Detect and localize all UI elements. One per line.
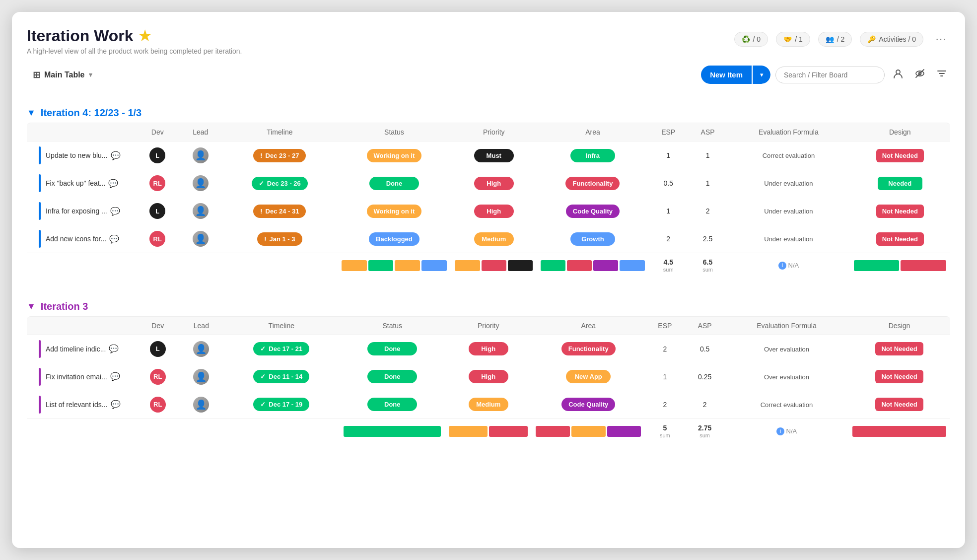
area-cell[interactable]: Functionality	[537, 169, 648, 197]
new-item-button[interactable]: New Item	[701, 66, 752, 84]
status-cell[interactable]: Done	[338, 169, 451, 197]
eye-slash-icon-button[interactable]	[911, 65, 928, 84]
title-text: Iteration Work	[27, 27, 134, 45]
area-cell[interactable]: Code Quality	[532, 391, 645, 419]
group-header-iteration3: ▼ Iteration 3	[27, 296, 950, 316]
table-grid-icon: ⊞	[33, 70, 40, 80]
design-cell[interactable]: Not Needed	[848, 363, 950, 391]
priority-cell[interactable]: High	[445, 363, 532, 391]
lead-avatar[interactable]	[193, 147, 209, 163]
priority-badge: Medium	[474, 232, 514, 246]
priority-cell[interactable]: High	[445, 335, 532, 363]
timeline-cell[interactable]: ! Dec 24 - 31	[222, 197, 337, 225]
stat-btn-2[interactable]: 👥 / 2	[818, 32, 852, 47]
comment-icon[interactable]: 💬	[108, 179, 118, 188]
design-badge: Not Needed	[875, 342, 923, 355]
row-name-text: Add timeline indic...	[46, 345, 106, 353]
group-title-iteration3[interactable]: Iteration 3	[41, 301, 88, 312]
evaluation-text: Under evaluation	[764, 208, 813, 215]
lead-avatar[interactable]	[193, 341, 209, 357]
area-cell[interactable]: New App	[532, 363, 645, 391]
comment-icon[interactable]: 💬	[111, 400, 121, 409]
priority-cell[interactable]: High	[451, 197, 537, 225]
lead-avatar[interactable]	[193, 369, 209, 385]
groups-container: ▼ Iteration 4: 12/23 - 1/3 DevLeadTimeli…	[27, 102, 950, 444]
priority-cell[interactable]: Must	[451, 141, 537, 169]
status-cell[interactable]: Working on it	[338, 197, 451, 225]
timeline-cell[interactable]: ✓ Dec 17 - 19	[223, 391, 340, 419]
comment-icon[interactable]: 💬	[111, 151, 121, 160]
stat-btn-3[interactable]: 🔑 Activities / 0	[860, 32, 923, 47]
col-header-1-iteration4: Lead	[179, 123, 222, 141]
dev-avatar[interactable]: RL	[149, 175, 165, 191]
design-cell[interactable]: Not Needed	[850, 141, 950, 169]
design-cell[interactable]: Not Needed	[850, 197, 950, 225]
comment-icon[interactable]: 💬	[110, 372, 120, 381]
filter-icon-button[interactable]	[933, 65, 950, 84]
star-icon[interactable]: ★	[139, 28, 151, 44]
area-cell[interactable]: Growth	[537, 225, 648, 253]
timeline-badge: ! Dec 24 - 31	[253, 205, 306, 218]
comment-icon[interactable]: 💬	[110, 207, 120, 216]
timeline-cell[interactable]: ! Dec 23 - 27	[222, 141, 337, 169]
dev-avatar[interactable]: L	[149, 147, 165, 163]
design-badge: Not Needed	[875, 398, 923, 411]
timeline-cell[interactable]: ! Jan 1 - 3	[222, 225, 337, 253]
stat-btn-1[interactable]: 🤝 / 1	[776, 32, 810, 47]
esp-value: 0.5	[663, 179, 673, 187]
priority-cell[interactable]: Medium	[451, 225, 537, 253]
new-item-dropdown-button[interactable]: ▾	[753, 66, 770, 84]
design-cell[interactable]: Not Needed	[850, 225, 950, 253]
lead-avatar[interactable]	[193, 397, 209, 413]
dev-cell: RL	[136, 169, 179, 197]
priority-badge: High	[469, 342, 508, 355]
timeline-cell[interactable]: ✓ Dec 23 - 26	[222, 169, 337, 197]
comment-icon[interactable]: 💬	[109, 234, 119, 244]
table-selector[interactable]: ⊞ Main Table ▾	[27, 66, 98, 84]
esp-value: 2	[666, 235, 670, 243]
row-name-text: Infra for exposing ...	[46, 207, 107, 215]
status-cell[interactable]: Done	[340, 391, 445, 419]
comment-icon[interactable]: 💬	[109, 344, 119, 353]
key-icon: 🔑	[867, 35, 876, 43]
stat-btn-0[interactable]: ♻️ / 0	[734, 32, 768, 47]
status-cell[interactable]: Backlogged	[338, 225, 451, 253]
lead-avatar[interactable]	[193, 175, 209, 191]
timeline-cell[interactable]: ✓ Dec 11 - 14	[223, 363, 340, 391]
more-options-button[interactable]: ⋯	[931, 31, 950, 48]
design-cell[interactable]: Needed	[850, 169, 950, 197]
priority-badge: High	[474, 205, 514, 218]
status-cell[interactable]: Working on it	[338, 141, 451, 169]
lead-avatar[interactable]	[193, 231, 209, 247]
col-header-4-iteration3: Priority	[445, 316, 532, 335]
group-collapse-icon-iteration3[interactable]: ▼	[27, 301, 36, 312]
area-cell[interactable]: Code Quality	[537, 197, 648, 225]
evaluation-text: Correct evaluation	[763, 152, 815, 159]
dev-avatar[interactable]: RL	[150, 397, 166, 413]
user-icon-button[interactable]	[890, 65, 907, 84]
esp-value: 2	[663, 345, 667, 353]
lead-avatar[interactable]	[193, 203, 209, 219]
status-cell[interactable]: Done	[340, 335, 445, 363]
summary-asp: 6.5sum	[688, 253, 727, 278]
dev-avatar[interactable]: L	[149, 203, 165, 219]
area-badge: Code Quality	[566, 205, 620, 218]
status-cell[interactable]: Done	[340, 363, 445, 391]
design-cell[interactable]: Not Needed	[848, 335, 950, 363]
table-row: Infra for exposing ... 💬 L! Dec 24 - 31W…	[27, 197, 950, 225]
timeline-cell[interactable]: ✓ Dec 17 - 21	[223, 335, 340, 363]
priority-cell[interactable]: High	[451, 169, 537, 197]
group-collapse-icon-iteration4[interactable]: ▼	[27, 108, 36, 118]
priority-cell[interactable]: Medium	[445, 391, 532, 419]
dev-avatar[interactable]: L	[150, 341, 166, 357]
search-input[interactable]	[775, 67, 885, 83]
design-cell[interactable]: Not Needed	[848, 391, 950, 419]
dev-avatar[interactable]: RL	[149, 231, 165, 247]
dev-avatar[interactable]: RL	[150, 369, 166, 385]
evaluation-cell: Under evaluation	[727, 169, 849, 197]
col-header-1-iteration3: Lead	[180, 316, 223, 335]
dev-cell: L	[136, 197, 179, 225]
area-cell[interactable]: Infra	[537, 141, 648, 169]
area-cell[interactable]: Functionality	[532, 335, 645, 363]
group-title-iteration4[interactable]: Iteration 4: 12/23 - 1/3	[41, 107, 141, 119]
